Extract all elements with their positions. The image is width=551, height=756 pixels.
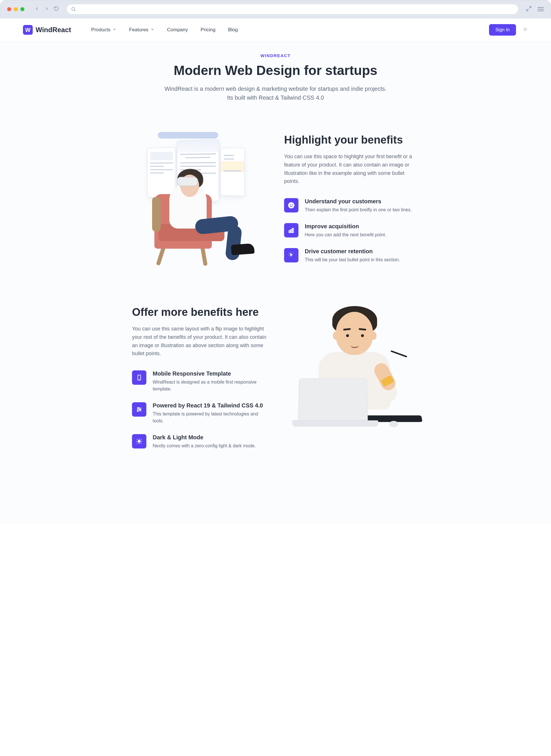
forward-button[interactable] xyxy=(44,6,49,12)
benefit-item: Improve acquisition Here you can add the… xyxy=(284,223,419,238)
benefit-title: Dark & Light Mode xyxy=(153,434,256,441)
benefits-section-1: Highlight your benefits You can use this… xyxy=(123,134,428,266)
svg-line-11 xyxy=(523,31,524,31)
theme-toggle-icon[interactable] xyxy=(522,26,528,33)
url-bar[interactable] xyxy=(67,4,518,14)
menu-icon[interactable] xyxy=(538,7,544,11)
benefit-item: Dark & Light Mode Nextly comes with a ze… xyxy=(132,434,267,449)
nav-features[interactable]: Features xyxy=(129,27,154,33)
benefit-item: Drive customer retention This will be yo… xyxy=(284,248,419,263)
benefit-desc: This will be your last bullet point in t… xyxy=(305,257,400,263)
nav-products[interactable]: Products xyxy=(91,27,116,33)
browser-chrome xyxy=(0,0,551,18)
benefit-desc: Nextly comes with a zero-config light & … xyxy=(153,442,256,449)
svg-point-4 xyxy=(524,28,526,30)
signin-button[interactable]: Sign In xyxy=(489,24,516,36)
minimize-window-icon[interactable] xyxy=(14,7,18,11)
browser-nav-arrows xyxy=(35,6,49,12)
site-header: W WindReact Products Features Company Pr… xyxy=(0,18,551,42)
svg-point-14 xyxy=(290,205,291,205)
nav-label: Features xyxy=(129,27,148,33)
window-controls xyxy=(7,7,24,11)
svg-point-0 xyxy=(72,7,75,11)
svg-line-36 xyxy=(137,439,138,440)
svg-line-21 xyxy=(289,253,290,254)
nav-label: Products xyxy=(91,27,110,33)
svg-rect-16 xyxy=(289,231,290,233)
benefit-title: Mobile Responsive Template xyxy=(153,370,267,377)
section-heading: Offer more benefits here xyxy=(132,306,267,318)
svg-point-29 xyxy=(139,409,141,410)
benefit-desc: This template is powered by latest techn… xyxy=(153,411,267,424)
svg-point-15 xyxy=(292,205,293,205)
nav-label: Company xyxy=(167,27,188,33)
illustration-vr-person xyxy=(132,134,264,266)
chevron-down-icon xyxy=(112,27,116,33)
svg-line-39 xyxy=(141,439,141,440)
page-content: WINDREACT Modern Web Design for startups… xyxy=(0,42,551,524)
svg-line-38 xyxy=(137,443,138,444)
svg-line-3 xyxy=(527,9,529,11)
svg-point-28 xyxy=(138,407,139,409)
search-icon xyxy=(71,7,76,12)
section-desc: You can use this space to highlight your… xyxy=(284,152,419,185)
chevron-down-icon xyxy=(150,27,154,33)
logo[interactable]: W WindReact xyxy=(23,25,71,35)
nav-label: Pricing xyxy=(200,27,215,33)
svg-point-30 xyxy=(137,410,138,411)
svg-point-31 xyxy=(138,440,140,442)
benefit-item: Mobile Responsive Template WindReact is … xyxy=(132,370,267,392)
benefit-title: Improve acquisition xyxy=(305,223,386,230)
intro-section: WINDREACT Modern Web Design for startups… xyxy=(161,53,390,102)
reload-button[interactable] xyxy=(54,6,59,12)
nav-pricing[interactable]: Pricing xyxy=(200,27,215,33)
benefit-title: Powered by React 19 & Tailwind CSS 4.0 xyxy=(153,402,267,409)
logo-text: WindReact xyxy=(36,26,71,34)
main-nav: Products Features Company Pricing Blog xyxy=(91,27,238,33)
benefit-item: Powered by React 19 & Tailwind CSS 4.0 T… xyxy=(132,402,267,424)
svg-rect-18 xyxy=(293,228,294,233)
eyebrow: WINDREACT xyxy=(161,53,390,58)
benefit-desc: WindReact is designed as a mobile first … xyxy=(153,379,267,392)
cursor-icon xyxy=(284,248,299,263)
svg-line-37 xyxy=(141,443,141,444)
expand-icon[interactable] xyxy=(526,6,532,13)
svg-rect-17 xyxy=(291,230,292,233)
svg-point-13 xyxy=(288,202,295,209)
benefit-desc: Here you can add the next benefit point. xyxy=(305,232,386,238)
nav-label: Blog xyxy=(228,27,238,33)
smile-icon xyxy=(284,198,299,213)
section-heading: Highlight your benefits xyxy=(284,134,419,146)
chart-icon xyxy=(284,223,299,238)
svg-line-1 xyxy=(74,10,75,11)
benefit-item: Understand your customers Then explain t… xyxy=(284,198,419,213)
benefit-title: Understand your customers xyxy=(305,198,412,205)
benefit-title: Drive customer retention xyxy=(305,248,400,255)
page-subheading: WindReact is a modern web design & marke… xyxy=(161,84,390,102)
svg-line-2 xyxy=(529,7,531,8)
svg-line-22 xyxy=(293,253,294,254)
svg-line-10 xyxy=(527,31,527,31)
page-heading: Modern Web Design for startups xyxy=(161,63,390,78)
close-window-icon[interactable] xyxy=(7,7,11,11)
illustration-laptop-person xyxy=(287,306,419,432)
mobile-icon xyxy=(132,370,146,385)
nav-company[interactable]: Company xyxy=(167,27,188,33)
sliders-icon xyxy=(132,402,146,417)
benefits-section-2: Offer more benefits here You can use thi… xyxy=(123,306,428,449)
back-button[interactable] xyxy=(35,6,39,12)
sun-icon xyxy=(132,434,146,448)
logo-mark: W xyxy=(23,25,33,35)
benefit-desc: Then explain the first point breifly in … xyxy=(305,207,412,213)
section-desc: You can use this same layout with a flip… xyxy=(132,325,267,358)
maximize-window-icon[interactable] xyxy=(20,7,24,11)
nav-blog[interactable]: Blog xyxy=(228,27,238,33)
